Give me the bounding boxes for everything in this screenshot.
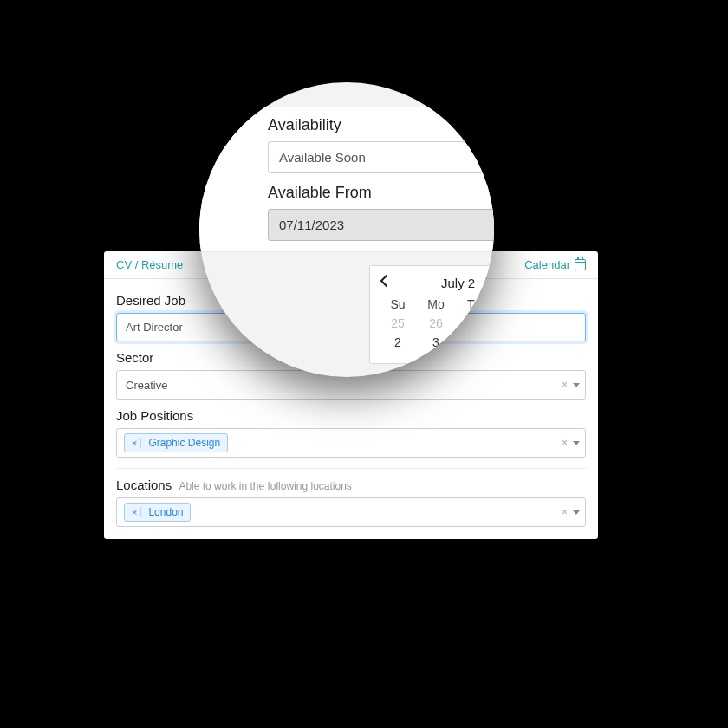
availability-label: Availability: [199, 116, 494, 141]
tag-remove-icon[interactable]: ×: [132, 438, 141, 448]
magnifier-lens: Availability Available Soon Available Fr…: [199, 82, 494, 377]
day-cell[interactable]: 2: [380, 335, 415, 349]
available-from-label: Available From: [199, 184, 494, 209]
tag-remove-icon[interactable]: ×: [132, 507, 141, 517]
tag-london: × London: [124, 503, 191, 522]
nav-cv-resume[interactable]: CV / Résume: [116, 258, 183, 271]
nav-calendar-label: Calendar: [524, 258, 570, 271]
day-prev[interactable]: 25: [380, 316, 415, 330]
calendar-icon: [575, 259, 586, 270]
dow-su: Su: [380, 297, 415, 311]
nav-calendar[interactable]: Calendar: [524, 258, 586, 271]
locations-sublabel: Able to work in the following locations: [179, 480, 351, 492]
prev-month-button[interactable]: [379, 275, 396, 290]
tag-label: London: [148, 506, 183, 518]
sector-clear-icon[interactable]: ×: [562, 379, 568, 391]
locations-select[interactable]: × London ×: [116, 497, 586, 527]
sector-value: Creative: [126, 379, 167, 392]
job-positions-select[interactable]: × Graphic Design ×: [116, 428, 586, 458]
dow-mo: Mo: [419, 297, 453, 311]
chevron-down-icon[interactable]: [573, 383, 580, 387]
picker-month-title: July 2: [441, 276, 475, 290]
availability-card: Availability Available Soon Available Fr…: [199, 107, 494, 252]
availability-select[interactable]: Available Soon: [268, 141, 494, 173]
job-positions-clear-icon[interactable]: ×: [562, 437, 568, 449]
chevron-down-icon[interactable]: [573, 510, 580, 515]
available-from-input[interactable]: 07/11/2023: [268, 209, 494, 241]
divider: [116, 468, 586, 469]
locations-label: Locations Able to work in the following …: [116, 478, 586, 492]
job-positions-label: Job Positions: [116, 408, 586, 423]
locations-clear-icon[interactable]: ×: [562, 506, 568, 518]
chevron-down-icon[interactable]: [573, 441, 580, 445]
day-prev[interactable]: 26: [419, 316, 453, 330]
tag-graphic-design: × Graphic Design: [124, 433, 228, 452]
tag-label: Graphic Design: [148, 437, 220, 449]
chevron-left-icon: [379, 275, 389, 287]
